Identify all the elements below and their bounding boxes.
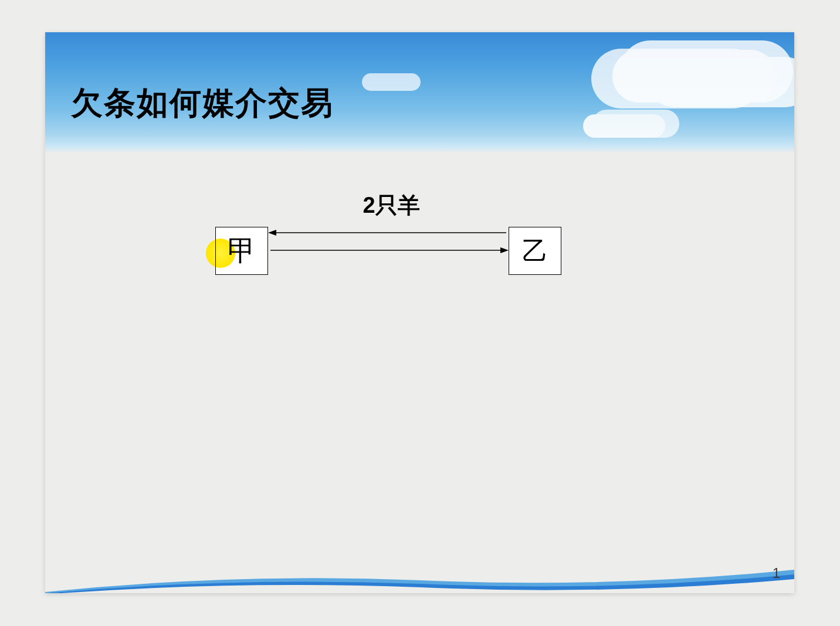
- cloud-decoration: [583, 114, 665, 138]
- page-number: 1: [773, 565, 780, 581]
- svg-marker-1: [268, 230, 276, 236]
- cloud-decoration: [612, 50, 777, 103]
- slide-container: 欠条如何媒介交易 2只羊 甲 乙 1: [45, 32, 794, 593]
- node-a: 甲: [215, 227, 268, 275]
- exchange-diagram: 2只羊 甲 乙: [209, 190, 573, 284]
- arrows-icon: [268, 227, 509, 256]
- arrow-label: 2只羊: [363, 190, 419, 220]
- cloud-decoration: [362, 73, 421, 91]
- node-b: 乙: [509, 227, 561, 275]
- slide-title: 欠条如何媒介交易: [71, 82, 334, 125]
- footer-curve-decoration: [45, 564, 794, 593]
- svg-marker-3: [500, 247, 509, 253]
